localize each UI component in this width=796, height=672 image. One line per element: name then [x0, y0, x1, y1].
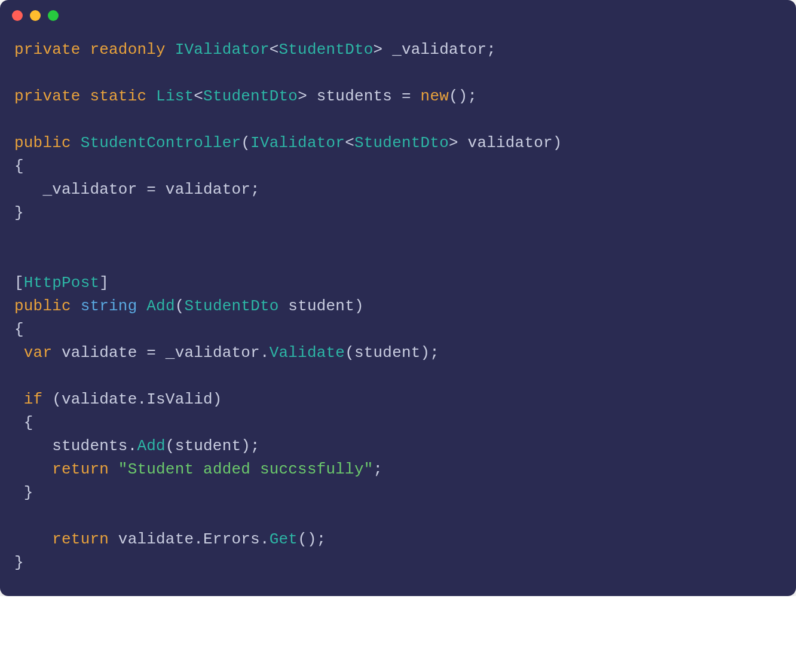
editor-window: private readonly IValidator<StudentDto> …	[0, 0, 796, 596]
expr: validate.Errors.	[109, 530, 270, 548]
keyword-if: if	[24, 390, 43, 408]
titlebar	[0, 0, 796, 31]
var-validate: validate	[52, 344, 146, 362]
angle-open: <	[270, 41, 279, 59]
param-student: student)	[279, 297, 364, 315]
param-validator: validator)	[458, 134, 562, 152]
angle-close: >	[298, 87, 307, 105]
paren-open: (	[241, 134, 250, 152]
indent	[14, 460, 52, 478]
type-ivalidator: IValidator	[175, 41, 270, 59]
type-list: List	[156, 87, 194, 105]
brace-close: }	[14, 554, 24, 572]
args: (student);	[166, 437, 260, 455]
brace-close: }	[14, 484, 33, 502]
indent	[14, 530, 52, 548]
code-content: private readonly IValidator<StudentDto> …	[0, 31, 796, 596]
field-validator: _validator;	[382, 41, 496, 59]
method-add: Add	[137, 437, 165, 455]
brace-close: }	[14, 204, 24, 222]
args: (student);	[345, 344, 439, 362]
semicolon: ;	[373, 460, 383, 478]
brace-open: {	[14, 157, 24, 175]
close-icon[interactable]	[12, 10, 23, 21]
space	[109, 460, 118, 478]
angle-open: <	[345, 134, 354, 152]
keyword-readonly: readonly	[90, 41, 165, 59]
type-studentdto: StudentDto	[354, 134, 449, 152]
zoom-icon[interactable]	[48, 10, 59, 21]
keyword-static: static	[90, 87, 146, 105]
indent	[14, 344, 24, 362]
keyword-private: private	[14, 41, 81, 59]
keyword-public: public	[14, 297, 71, 315]
indent	[14, 390, 24, 408]
angle-close: >	[449, 134, 458, 152]
assignment: = _validator.	[146, 344, 269, 362]
constructor-name: StudentController	[81, 134, 241, 152]
keyword-new: new	[421, 87, 449, 105]
method-get: Get	[270, 530, 298, 548]
condition: (validate.IsValid)	[42, 390, 222, 408]
keyword-string: string	[81, 297, 137, 315]
minimize-icon[interactable]	[30, 10, 41, 21]
type-studentdto: StudentDto	[203, 87, 298, 105]
call-students-add: students.	[14, 437, 137, 455]
bracket-close: ]	[99, 274, 109, 292]
type-studentdto: StudentDto	[279, 41, 373, 59]
keyword-var: var	[24, 344, 52, 362]
assignment: _validator = validator;	[14, 181, 260, 198]
attribute-httppost: HttpPost	[24, 274, 99, 292]
keyword-private: private	[14, 87, 81, 105]
paren-open: (	[175, 297, 185, 315]
keyword-return: return	[52, 530, 109, 548]
method-add: Add	[146, 297, 174, 315]
brace-open: {	[14, 320, 24, 338]
type-ivalidator: IValidator	[250, 134, 345, 152]
string-literal: "Student added succssfully"	[118, 460, 373, 478]
method-validate: Validate	[270, 344, 345, 362]
parens: ();	[298, 530, 326, 548]
angle-open: <	[194, 87, 203, 105]
angle-close: >	[373, 41, 383, 59]
keyword-public: public	[14, 134, 71, 152]
brace-open: {	[14, 414, 33, 432]
field-students: students	[307, 87, 402, 105]
keyword-return: return	[52, 460, 109, 478]
equals: =	[402, 87, 421, 105]
type-studentdto: StudentDto	[185, 297, 279, 315]
bracket-open: [	[14, 274, 24, 292]
parens: ();	[449, 87, 477, 105]
